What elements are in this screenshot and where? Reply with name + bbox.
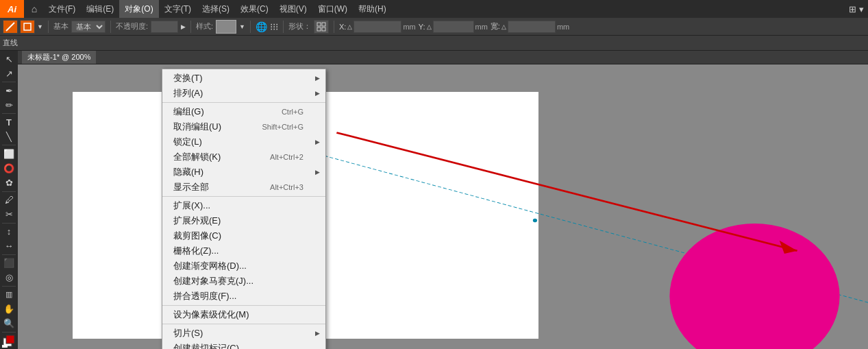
pen-tool[interactable]: ✒ [1,84,16,97]
subtoolbar: 直线 [0,36,868,51]
scissors-tool[interactable]: ✂ [1,208,16,221]
hand-tool[interactable]: ✋ [1,302,16,316]
brush-tool[interactable]: 🖊 [1,193,16,206]
fill-btn[interactable] [20,20,35,34]
dropdown-item-object-mosaic[interactable]: 创建对象马赛克(J)... [162,274,325,289]
base-select[interactable]: 基本 [71,21,106,33]
menu-file[interactable]: 文件(F) [43,0,81,18]
opacity-arrow[interactable]: ▶ [181,23,186,30]
dropdown-item-show-all[interactable]: 显示全部 Alt+Ctrl+3 [162,180,325,195]
menu-effect[interactable]: 效果(C) [235,0,274,18]
menubar: Ai ⌂ 文件(F) 编辑(E) 对象(O) 文字(T) 选择(S) 效果(C)… [0,0,868,18]
base-label: 基本 [53,21,69,32]
style-box[interactable] [216,20,236,34]
chart-tool[interactable]: ▥ [1,288,16,302]
canvas-area: 未标题-1* @ 200% [18,51,868,349]
item-label: 扩展(X)... [173,200,210,212]
right-icons: ⊞ ▾ [845,4,868,14]
scale-tool[interactable]: ↔ [1,239,16,253]
menu-text[interactable]: 文字(T) [159,0,197,18]
select-tool[interactable]: ↖ [1,52,16,66]
tool-sep5 [2,223,16,224]
tool-sep3 [2,145,16,145]
sep2 [110,21,111,33]
svg-rect-7 [6,335,14,344]
type-tool[interactable]: T [1,115,16,129]
menu-section-5: 切片(S) 创建裁切标记(C) [162,324,325,349]
dropdown-item-group[interactable]: 编组(G) Ctrl+G [162,104,325,119]
dropdown-item-pixel-optimize[interactable]: 设为像素级优化(M) [162,307,325,322]
zoom-tool[interactable]: 🔍 [1,317,16,330]
style-dropdown[interactable]: ▼ [239,23,245,30]
workspace-icon[interactable]: ⊞ ▾ [845,4,868,14]
item-label: 变换(T) [173,72,203,84]
dropdown-item-hide[interactable]: 隐藏(H) [162,165,325,180]
globe-icon[interactable]: 🌐 [256,21,267,32]
item-label: 切片(S) [173,327,203,339]
opacity-input[interactable]: 100% [151,21,178,33]
x-unit: mm [403,23,415,31]
gradient-tool[interactable]: ⬛ [1,256,16,270]
direct-select-tool[interactable]: ↗ [1,67,16,80]
menu-view[interactable]: 视图(V) [274,0,312,18]
svg-rect-1 [24,23,31,30]
star-tool[interactable]: ✿ [1,176,16,189]
dropdown-item-lock[interactable]: 锁定(L) [162,134,325,149]
item-label: 裁剪图像(C) [173,230,221,242]
menu-select[interactable]: 选择(S) [197,0,235,18]
menu-edit[interactable]: 编辑(E) [81,0,119,18]
dropdown-item-arrange[interactable]: 排列(A) [162,86,325,101]
dropdown-item-transform[interactable]: 变换(T) [162,71,325,86]
canvas-svg [18,78,868,349]
dropdown-item-ungroup[interactable]: 取消编组(U) Shift+Ctrl+G [162,119,325,134]
fill-color-box[interactable] [1,334,16,348]
dropdown-item-expand-appearance[interactable]: 扩展外观(E) [162,213,325,228]
dropdown-item-flatten-transparency[interactable]: 拼合透明度(F)... [162,289,325,304]
ellipse-tool[interactable]: ⭕ [1,161,16,175]
svg-point-11 [533,219,537,222]
x-input[interactable]: 91.584 mm [354,21,401,33]
pencil-tool[interactable]: ✏ [1,98,16,112]
width-label: 宽: [491,21,500,32]
tool-sep1 [2,82,16,82]
item-label: 创建裁切标记(C) [173,342,239,349]
home-icon[interactable]: ⌂ [25,0,43,18]
w-up-arrow[interactable]: △ [501,23,506,30]
item-label: 创建对象马赛克(J)... [173,275,253,287]
y-input[interactable]: 24.15 mm [433,21,474,33]
dropdown-item-expand[interactable]: 扩展(X)... [162,198,325,213]
item-label: 隐藏(H) [173,166,203,178]
sep3 [190,21,191,33]
dropdown-item-rasterize[interactable]: 栅格化(Z)... [162,243,325,258]
dropdown-item-unlock-all[interactable]: 全部解锁(K) Alt+Ctrl+2 [162,149,325,165]
shape-label: 形状： [288,21,311,32]
stroke-btn[interactable] [3,20,18,34]
tools-panel: ↖ ↗ ✒ ✏ T ╲ ⬜ ⭕ ✿ 🖊 ✂ ↕ ↔ ⬛ ◎ ▥ ✋ 🔍 [0,51,18,349]
canvas-tab-label[interactable]: 未标题-1* @ 200% [22,51,96,64]
width-coord: 宽: △ 67.503 mm mm [491,21,569,33]
dropdown-menu: 变换(T) 排列(A) 编组(G) Ctrl+G 取消编组(U) Shift+C… [162,69,326,349]
rect-tool[interactable]: ⬜ [1,147,16,160]
line-tool[interactable]: ╲ [1,130,16,143]
dots-icon[interactable]: ⁝⁝⁝ [270,21,278,32]
dropdown-item-slice[interactable]: 切片(S) [162,326,325,341]
sep6 [334,21,334,33]
rotate-tool[interactable]: ↕ [1,225,16,239]
width-input[interactable]: 67.503 mm [508,21,556,33]
menu-object[interactable]: 对象(O) [119,0,158,18]
menu-section-1: 变换(T) 排列(A) [162,69,325,103]
shape-icon[interactable] [314,20,329,34]
blend-tool[interactable]: ◎ [1,271,16,285]
dropdown-item-gradient-mesh[interactable]: 创建渐变网格(D)... [162,258,325,274]
item-label: 锁定(L) [173,136,202,148]
y-up-arrow[interactable]: △ [427,23,432,30]
menu-items: 文件(F) 编辑(E) 对象(O) 文字(T) 选择(S) 效果(C) 视图(V… [43,0,392,18]
svg-rect-3 [322,23,325,26]
menu-window[interactable]: 窗口(W) [312,0,353,18]
menu-help[interactable]: 帮助(H) [353,0,392,18]
menu-section-4: 设为像素级优化(M) [162,306,325,324]
stroke-dropdown-arrow[interactable]: ▼ [37,23,43,30]
x-up-arrow[interactable]: △ [347,23,352,30]
dropdown-item-crop-image[interactable]: 裁剪图像(C) [162,228,325,243]
dropdown-item-create-crop-marks[interactable]: 创建裁切标记(C) [162,341,325,349]
